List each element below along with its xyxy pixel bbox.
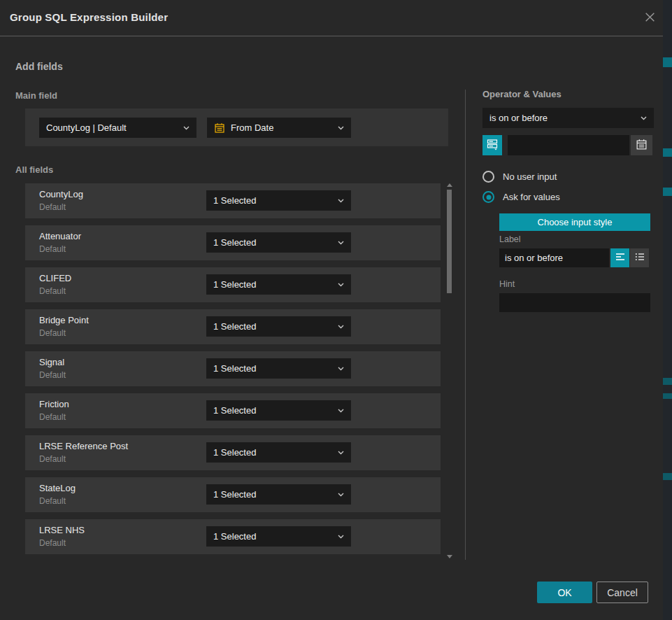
field-name: CLIFED: [39, 273, 71, 283]
dialog-titlebar: Group SQL Expression Builder: [0, 0, 663, 36]
label-caption: Label: [499, 234, 521, 244]
field-sublabel: Default: [39, 244, 66, 254]
field-sublabel: Default: [39, 286, 66, 296]
all-fields-list: CountyLog Default 1 Selected Attenuator …: [25, 183, 441, 561]
radio-label: No user input: [503, 171, 557, 182]
list-input-button[interactable]: [630, 248, 649, 267]
field-name: Signal: [39, 357, 64, 367]
field-row: LRSE NHS Default 1 Selected: [25, 519, 441, 554]
group-sql-expression-builder-dialog: Group SQL Expression Builder Add fields …: [0, 0, 663, 620]
field-selection-value: 1 Selected: [213, 489, 256, 500]
hint-caption: Hint: [499, 279, 515, 289]
field-selection-value: 1 Selected: [213, 405, 256, 416]
field-selection-dropdown[interactable]: 1 Selected: [206, 484, 351, 505]
field-row: StateLog Default 1 Selected: [25, 477, 441, 512]
chevron-down-icon: [183, 126, 190, 130]
chevron-down-icon: [338, 325, 344, 329]
field-sublabel: Default: [39, 412, 66, 422]
background-page-fragment: [663, 57, 672, 67]
close-icon: [644, 11, 656, 25]
field-row: CountyLog Default 1 Selected: [25, 183, 441, 218]
field-selection-value: 1 Selected: [213, 363, 256, 374]
field-name: Attenuator: [39, 231, 81, 241]
main-field-field-value: From Date: [231, 122, 273, 133]
scrollbar-down-arrow[interactable]: [447, 555, 452, 558]
background-page-fragment: [663, 188, 672, 196]
panel-divider: [465, 90, 466, 560]
input-type-button[interactable]: [482, 135, 502, 155]
field-sublabel: Default: [39, 538, 66, 548]
operator-dropdown[interactable]: is on or before: [482, 108, 654, 128]
background-page-fragment: [663, 473, 672, 480]
field-sublabel: Default: [39, 202, 66, 212]
chevron-down-icon: [338, 367, 344, 371]
field-selection-value: 1 Selected: [213, 237, 256, 248]
field-sublabel: Default: [39, 496, 66, 506]
calendar-icon: [214, 122, 225, 134]
radio-circle: [482, 171, 494, 183]
calendar-icon: [636, 139, 648, 153]
field-selection-dropdown[interactable]: 1 Selected: [206, 526, 351, 547]
background-page-fragment: [663, 393, 672, 399]
calendar-picker-button[interactable]: [631, 135, 652, 155]
field-name: LRSE NHS: [39, 525, 85, 535]
background-page-fragment: [663, 148, 672, 157]
operator-values-heading: Operator & Values: [482, 89, 562, 99]
operator-value: is on or before: [489, 113, 548, 123]
close-button[interactable]: [641, 9, 659, 27]
label-input[interactable]: [499, 248, 609, 267]
field-selection-dropdown[interactable]: 1 Selected: [206, 358, 351, 379]
field-selection-dropdown[interactable]: 1 Selected: [206, 316, 351, 337]
chevron-down-icon: [338, 283, 344, 287]
field-row: CLIFED Default 1 Selected: [25, 267, 441, 302]
chevron-down-icon: [338, 199, 344, 203]
main-field-field-dropdown[interactable]: From Date: [207, 118, 351, 138]
field-name: CountyLog: [39, 189, 83, 199]
chevron-down-icon: [338, 493, 344, 497]
single-line-input-button[interactable]: [610, 248, 629, 267]
field-row: Friction Default 1 Selected: [25, 393, 441, 428]
field-row: Signal Default 1 Selected: [25, 351, 441, 386]
field-selection-value: 1 Selected: [213, 195, 256, 206]
field-selection-value: 1 Selected: [213, 447, 256, 458]
field-selection-dropdown[interactable]: 1 Selected: [206, 190, 351, 211]
field-selection-dropdown[interactable]: 1 Selected: [206, 274, 351, 295]
chevron-down-icon: [338, 535, 344, 539]
field-name: StateLog: [39, 483, 76, 493]
chevron-down-icon: [338, 126, 344, 130]
field-sublabel: Default: [39, 454, 66, 464]
main-field-box: CountyLog | Default From Date: [25, 108, 448, 146]
align-left-icon: [615, 251, 626, 265]
chevron-down-icon: [338, 409, 344, 413]
chevron-down-icon: [641, 116, 647, 120]
field-selection-value: 1 Selected: [213, 531, 256, 542]
radio-no-user-input[interactable]: No user input: [482, 171, 557, 183]
field-selection-dropdown[interactable]: 1 Selected: [206, 442, 351, 463]
radio-ask-for-values[interactable]: Ask for values: [482, 191, 560, 203]
scrollbar-thumb[interactable]: [447, 190, 452, 293]
field-row: Bridge Point Default 1 Selected: [25, 309, 441, 344]
field-selection-dropdown[interactable]: 1 Selected: [206, 232, 351, 253]
main-field-source-dropdown[interactable]: CountyLog | Default: [39, 118, 196, 138]
ok-button[interactable]: OK: [537, 582, 592, 603]
field-row: Attenuator Default 1 Selected: [25, 225, 441, 260]
field-selection-value: 1 Selected: [213, 321, 256, 332]
input-type-icon: [486, 138, 499, 153]
background-page-fragment: [663, 378, 672, 385]
field-row: LRSE Reference Post Default 1 Selected: [25, 435, 441, 470]
value-input[interactable]: [508, 135, 629, 155]
radio-label: Ask for values: [503, 192, 560, 202]
scrollbar-up-arrow[interactable]: [447, 183, 452, 187]
choose-input-style-button[interactable]: Choose input style: [499, 213, 650, 231]
field-name: Friction: [39, 399, 69, 409]
hint-input[interactable]: [499, 293, 650, 312]
main-field-source-value: CountyLog | Default: [46, 122, 127, 133]
background-page-strip: [663, 0, 672, 620]
field-name: Bridge Point: [39, 315, 89, 325]
chevron-down-icon: [338, 451, 344, 455]
cancel-button[interactable]: Cancel: [596, 582, 648, 603]
field-name: LRSE Reference Post: [39, 441, 128, 451]
field-sublabel: Default: [39, 370, 66, 380]
bulleted-list-icon: [634, 251, 645, 265]
field-selection-dropdown[interactable]: 1 Selected: [206, 400, 351, 421]
